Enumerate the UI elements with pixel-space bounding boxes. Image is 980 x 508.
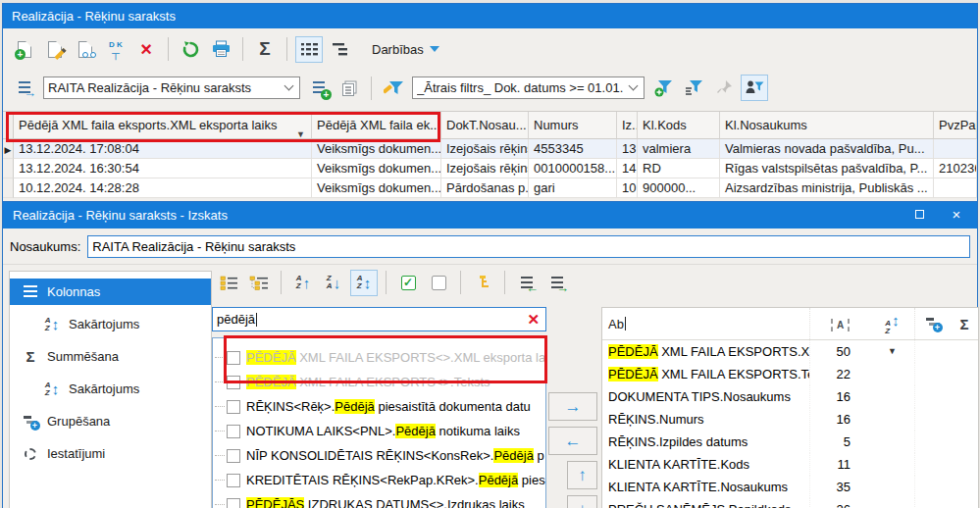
edit-doc-icon[interactable]: [41, 36, 69, 63]
column-group-cell[interactable]: [914, 431, 951, 453]
column-width-value[interactable]: 22: [809, 363, 870, 385]
checkbox[interactable]: [227, 425, 240, 438]
sidebar-item-sak-rtojums[interactable]: AZ↕Sakārtojums: [10, 311, 211, 337]
table-cell[interactable]: 0010000158...: [529, 159, 617, 178]
column-sort-value[interactable]: [870, 385, 914, 408]
move-down-button[interactable]: ↓: [567, 495, 597, 508]
table-cell[interactable]: Veiksmīgs dokumen...: [312, 159, 441, 178]
sum-icon[interactable]: Σ: [251, 36, 279, 63]
column-width-value[interactable]: 5: [809, 431, 870, 453]
column-sort-value[interactable]: [870, 408, 914, 431]
table-cell[interactable]: Izejošais rēķins: [441, 159, 529, 178]
move-right-button[interactable]: →: [548, 392, 597, 421]
column-sum-cell[interactable]: [951, 498, 978, 508]
column-width-value[interactable]: 35: [809, 476, 870, 498]
available-column-item[interactable]: KREDITĒTAIS RĒĶINS<RekPap.KRek>.Pēdējā p…: [213, 468, 545, 492]
quick-filter-select[interactable]: _Ātrais filtrs_ Dok. datums >= 01.01.: [412, 76, 645, 99]
move-left-icon[interactable]: ←: [513, 270, 541, 296]
column-search-input[interactable]: pēdējā ✕: [212, 307, 546, 331]
table-cell[interactable]: 4553345: [529, 139, 617, 159]
grid-column-header[interactable]: Kl.Kods: [638, 112, 720, 139]
selected-column-row[interactable]: PĒDĒJĀ XML FAILA EKSPORTS.XML e...50▼: [602, 340, 978, 363]
available-column-item[interactable]: NĪP KONSOLIDĒTAIS RĒĶINS<KonsRek>.Pēdējā…: [213, 443, 545, 468]
new-doc-icon[interactable]: +: [11, 36, 38, 63]
column-sort-value[interactable]: [870, 453, 914, 476]
column-width-value[interactable]: 50: [809, 340, 870, 363]
grid-column-header[interactable]: Pēdējā XML faila ek...: [312, 112, 441, 139]
grid-column-header[interactable]: PvzPap...: [934, 112, 977, 139]
table-cell[interactable]: 13.12.2024. 16:30:54: [14, 159, 312, 178]
print-icon[interactable]: [207, 36, 234, 63]
table-cell[interactable]: 13.12.2024. 17:08:04: [14, 139, 312, 159]
table-cell[interactable]: Aizsardzības ministrija, Publiskās ...: [720, 178, 934, 198]
check-off-icon[interactable]: [425, 270, 452, 296]
actions-menu[interactable]: Darbības: [372, 42, 439, 57]
name-input[interactable]: RAITA Realizācija - Rēķinu saraksts: [87, 235, 970, 258]
add-view-icon[interactable]: +: [305, 75, 333, 101]
column-group-cell[interactable]: [914, 498, 951, 508]
row-selector[interactable]: [3, 178, 14, 198]
table-cell[interactable]: valmiera: [638, 139, 720, 159]
column-sort-value[interactable]: [870, 498, 914, 508]
available-column-item[interactable]: NOTIKUMA LAIKS<PNL>.Pēdējā notikuma laik…: [213, 419, 545, 443]
column-sum-header[interactable]: Σ: [951, 308, 978, 339]
table-cell[interactable]: 10...: [617, 178, 638, 198]
column-width-header[interactable]: A: [809, 308, 870, 339]
refresh-icon[interactable]: [177, 36, 204, 63]
maximize-button[interactable]: [903, 202, 936, 229]
table-cell[interactable]: 210236: [934, 159, 977, 178]
sidebar-item-grup-ana[interactable]: +Grupēšana: [10, 408, 211, 434]
table-cell[interactable]: 13...: [617, 139, 638, 159]
column-sum-cell[interactable]: [951, 476, 978, 498]
grid-column-header[interactable]: Numurs: [529, 112, 617, 139]
selected-column-row[interactable]: KLIENTA KARTĪTE.Nosaukums35: [602, 476, 978, 498]
checkbox[interactable]: [227, 449, 240, 463]
column-sum-cell[interactable]: [951, 340, 978, 363]
filter-lines-icon[interactable]: [680, 75, 707, 101]
sidebar-item-summ-ana[interactable]: ΣSummēšana: [10, 343, 211, 370]
table-row[interactable]: ▶13.12.2024. 17:08:04Veiksmīgs dokumen..…: [3, 139, 977, 159]
available-column-item[interactable]: RĒĶINS<Rēķ>.Pēdējā piesaistītā dokumenta…: [213, 394, 545, 419]
column-group-cell[interactable]: [914, 476, 951, 498]
flat-list-icon[interactable]: [215, 270, 242, 296]
table-cell[interactable]: [934, 178, 977, 198]
column-sum-cell[interactable]: [951, 363, 978, 385]
selected-column-row[interactable]: KLIENTA KARTĪTE.Kods11: [602, 453, 978, 476]
sort-az-up-icon[interactable]: AZ↑: [289, 270, 317, 296]
clear-search-icon[interactable]: ✕: [527, 311, 542, 329]
column-sort-value[interactable]: [870, 363, 914, 385]
table-cell[interactable]: Veiksmīgs dokumen...: [312, 178, 441, 198]
column-group-cell[interactable]: [914, 340, 951, 363]
move-right-icon[interactable]: →: [543, 270, 571, 296]
list-view-icon[interactable]: [295, 36, 323, 63]
view-doc-icon[interactable]: [72, 36, 99, 63]
column-group-header[interactable]: +: [914, 308, 951, 339]
sort-za-down-icon[interactable]: ZA↓: [320, 270, 347, 296]
view-select[interactable]: RAITA Realizācija - Rēķinu saraksts: [43, 76, 300, 99]
grid-column-header[interactable]: Iz...: [617, 112, 638, 139]
table-cell[interactable]: 10.12.2024. 14:28:28: [14, 178, 312, 198]
table-row[interactable]: 13.12.2024. 16:30:54Veiksmīgs dokumen...…: [3, 159, 977, 178]
user-filter-icon[interactable]: [741, 75, 768, 101]
table-cell[interactable]: RD: [638, 159, 720, 178]
tree-list-icon[interactable]: [245, 270, 273, 296]
close-button[interactable]: ×: [940, 202, 973, 229]
column-width-value[interactable]: 16: [809, 408, 870, 431]
filter-pencil-icon[interactable]: [380, 75, 407, 101]
table-cell[interactable]: Pārdošanas p...: [441, 178, 529, 198]
grid-column-header[interactable]: DokT.Nosau...: [441, 112, 529, 139]
apply-view-icon[interactable]: →: [11, 75, 38, 101]
column-width-value[interactable]: 11: [809, 453, 870, 476]
checkbox[interactable]: [227, 376, 240, 389]
checkbox[interactable]: [227, 351, 240, 365]
available-column-item[interactable]: PĒDĒJĀ XML FAILA EKSPORTS<>.XML eksporta…: [213, 345, 545, 370]
table-cell[interactable]: Valmieras novada pašvaldība, Pu...: [720, 139, 934, 159]
grid-column-header[interactable]: Pēdējā XML faila eksports.XML eksporta l…: [14, 112, 312, 139]
column-sum-cell[interactable]: [951, 453, 978, 476]
selected-column-row[interactable]: DOKUMENTA TIPS.Nosaukums16: [602, 385, 978, 408]
selected-column-row[interactable]: PĒDĒJĀ XML FAILA EKSPORTS.Teksts22: [602, 363, 978, 385]
column-sort-value[interactable]: ▼: [870, 340, 914, 363]
copy-view-icon[interactable]: [335, 75, 363, 101]
table-cell[interactable]: Veiksmīgs dokumen...: [312, 139, 441, 159]
column-group-cell[interactable]: [914, 385, 951, 408]
